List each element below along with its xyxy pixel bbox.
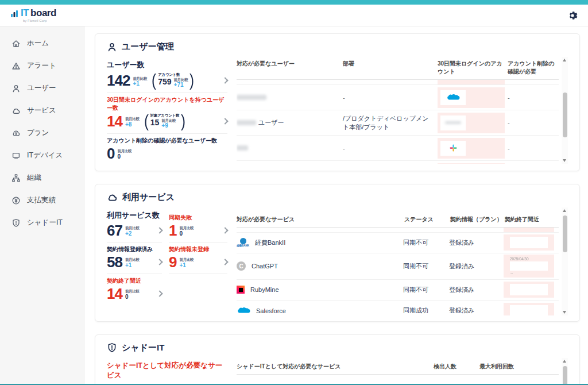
paren-value: 759 (158, 78, 171, 88)
sidebar-item-organization[interactable]: 組織 (0, 167, 85, 189)
gear-icon (567, 10, 578, 21)
chevron-right-icon[interactable] (156, 227, 163, 233)
dashboard-main: ユーザー管理 ユーザー数 142 前月比較+1 ( アカウント数 (85, 26, 588, 384)
chevron-right-icon[interactable] (222, 118, 228, 124)
sidebar-item-shadow-it[interactable]: シャドーIT (0, 211, 85, 234)
table-row[interactable]: /プロダクトマーケティング本部/営業推進部 - (237, 161, 559, 164)
card-shadow-it: シャドーIT シャドーITとして対応が必要なサービス 15 前月比較-1 シャド… (95, 334, 580, 384)
cloud-icon (11, 106, 21, 116)
card-title-text: ユーザー管理 (122, 41, 174, 52)
stat-contract-registered[interactable]: 契約情報登録済み 58 前月比較+1 (107, 242, 162, 274)
stat-user-count[interactable]: ユーザー数 142 前月比較+1 ( アカウント数 759前月比較+71 ) (107, 57, 227, 93)
stat-shadow-action-needed[interactable]: シャドーITとして対応が必要なサービス 15 前月比較-1 (107, 358, 227, 384)
sidebar-item-label: ユーザー (27, 83, 56, 93)
scroll-up-icon[interactable] (563, 209, 566, 212)
stat-service-count[interactable]: 利用サービス数 67 前月比較+2 (107, 207, 162, 242)
sidebar-item-label: アラート (27, 61, 56, 71)
user-table: 対応が必要なユーザー 部署 30日間未ログインのアカウント アカウント削除の確認… (237, 57, 568, 164)
scroll-thumb[interactable] (563, 215, 567, 252)
shield-icon (11, 218, 21, 228)
sidebar-item-it-devices[interactable]: ITデバイス (0, 144, 85, 167)
payment-icon (11, 196, 21, 205)
sidebar: ホーム アラート ユーザー サービス プラン ITデバイス 組織 支払実績 (0, 26, 85, 384)
stat-contract-ending[interactable]: 契約終了間近 14 前月比較0 (107, 274, 162, 305)
table-row[interactable]: - - (237, 85, 559, 110)
contract-end-cell (504, 234, 554, 251)
table-row[interactable]: - - (237, 136, 559, 161)
shadow-stats: シャドーITとして対応が必要なサービス 15 前月比較-1 シャドーITの可能性… (107, 358, 227, 384)
col-header: シャドーITとして対応が必要なサービス (237, 363, 432, 371)
chevron-right-icon[interactable] (222, 259, 228, 265)
bar-chart-logo-icon (10, 9, 19, 18)
card-title-text: シャドーIT (122, 342, 164, 353)
scroll-thumb[interactable] (563, 366, 567, 384)
card-user-management: ユーザー管理 ユーザー数 142 前月比較+1 ( アカウント数 (95, 33, 580, 171)
table-row-partial (237, 228, 559, 233)
stat-value: 0 (107, 146, 114, 161)
sidebar-item-alerts[interactable]: アラート (0, 55, 85, 77)
stat-value: 14 (107, 114, 122, 129)
sidebar-item-home[interactable]: ホーム (0, 32, 85, 55)
col-header: アカウント削除の確認が必要 (508, 60, 559, 76)
table-row[interactable]: zoomZoom 11 214 (237, 375, 559, 384)
sidebar-item-label: ITデバイス (27, 151, 63, 160)
scroll-down-icon[interactable] (563, 311, 566, 314)
no-login-account-cell (438, 138, 505, 159)
sidebar-item-users[interactable]: ユーザー (0, 77, 85, 99)
col-header: 契約情報（プラン） (449, 215, 504, 224)
sidebar-item-label: ホーム (27, 38, 49, 48)
col-header: 検出人数 (432, 363, 478, 371)
stat-sync-failed[interactable]: 同期失敗 1 前月比較0 (169, 207, 227, 242)
salesforce-logo (237, 306, 250, 315)
scrollbar[interactable] (562, 207, 568, 315)
scroll-down-icon[interactable] (563, 159, 566, 162)
redacted-user-name (237, 95, 266, 100)
contract-end-cell (504, 282, 554, 298)
chevron-right-icon[interactable] (222, 227, 228, 233)
itboard-logo[interactable]: ITboard by Flowell Corp (10, 8, 56, 22)
diff-label: 前月比較 (133, 76, 147, 80)
chevron-right-icon[interactable] (222, 77, 228, 83)
stat-label: ユーザー数 (107, 60, 227, 70)
scroll-up-icon[interactable] (563, 59, 566, 61)
stat-delete-confirm-users: アカウント削除の確認が必要なユーザー数 0 前月比較0 (107, 134, 227, 165)
settings-button[interactable] (567, 10, 578, 21)
service-table: 対応が必要なサービス ステータス 契約情報（プラン） 契約終了間近 経費BANK… (237, 207, 568, 315)
keihibank-logo: 経費BANK (237, 238, 249, 248)
sidebar-item-services[interactable]: サービス (0, 99, 85, 122)
no-login-account-cell (438, 87, 505, 108)
sidebar-item-payments[interactable]: 支払実績 (0, 189, 85, 211)
sidebar-item-plans[interactable]: プラン (0, 122, 85, 144)
table-row[interactable]: RubyMine 同期不可 登録済み (237, 280, 559, 301)
table-row[interactable]: Salesforce 同期成功 登録済み (237, 301, 559, 315)
sidebar-item-label: シャドーIT (27, 218, 63, 228)
col-header: 最大利用回数 (478, 363, 559, 371)
table-row[interactable]: ユーザー /プロダクトディベロップメント本部/プラット - (237, 110, 559, 136)
scroll-up-icon[interactable] (563, 360, 566, 363)
top-accent-bar (0, 0, 588, 5)
stat-no-login-users[interactable]: 30日間未ログインのアカウントを持つユーザー数 14 前月比較+8 ( 対象アカ… (107, 93, 227, 134)
redacted-user-name (237, 120, 256, 125)
no-login-account-cell (438, 163, 505, 164)
table-row[interactable]: 経費BANK経費BankII 同期不可 登録済み (237, 233, 559, 253)
chevron-right-icon[interactable] (156, 259, 163, 265)
redacted-logo (445, 121, 461, 124)
user-stats: ユーザー数 142 前月比較+1 ( アカウント数 759前月比較+71 ) (107, 57, 227, 165)
redacted-user-name (237, 145, 248, 151)
rubymine-logo (237, 286, 245, 294)
scrollbar[interactable] (562, 358, 568, 384)
scroll-thumb[interactable] (563, 93, 567, 137)
col-header: ステータス (403, 215, 449, 224)
scrollbar[interactable] (562, 57, 568, 164)
chatgpt-logo: C (237, 261, 246, 271)
col-header: 対応が必要なユーザー (237, 60, 343, 68)
table-row[interactable]: CChatGPT 同期不可 登録済み 2025/04/30 ～ (237, 253, 559, 280)
diff-value: +1 (133, 80, 147, 87)
cloud-icon (107, 192, 118, 203)
device-icon (11, 151, 21, 160)
target-account-group: ( 対象アカウント数 15前月比較+9 ) (144, 113, 186, 129)
stat-contract-unregistered[interactable]: 契約情報未登録 9 前月比較+1 (169, 242, 227, 274)
plan-icon (11, 129, 21, 138)
col-header: 部署 (343, 60, 438, 68)
chevron-right-icon[interactable] (156, 290, 163, 297)
